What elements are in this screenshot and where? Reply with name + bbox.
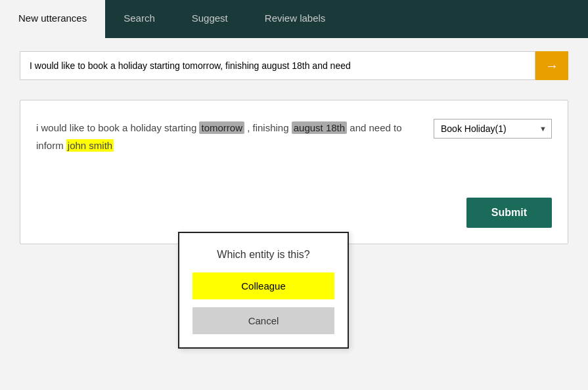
top-navigation: New utterances Search Suggest Review lab…: [0, 0, 588, 38]
intent-select-wrapper: Book Holiday(1): [434, 119, 552, 139]
tab-suggest[interactable]: Suggest: [173, 0, 246, 38]
arrow-right-icon: →: [545, 58, 558, 74]
search-bar-container: →: [20, 51, 568, 80]
main-content: → Book Holiday(1) i would like to book a…: [0, 38, 588, 257]
entity-august18[interactable]: august 18th: [292, 121, 347, 134]
tab-search[interactable]: Search: [105, 0, 173, 38]
utterance-text: i would like to book a holiday starting …: [36, 119, 404, 154]
submit-button[interactable]: Submit: [466, 198, 552, 228]
utterance-submit-button[interactable]: →: [535, 51, 568, 80]
entity-tomorrow[interactable]: tomorrow: [199, 121, 244, 134]
cancel-entity-button[interactable]: Cancel: [192, 307, 334, 334]
utterance-plain-1: i would like to book a holiday starting: [36, 122, 199, 133]
utterance-card: Book Holiday(1) i would like to book a h…: [20, 100, 568, 244]
intent-dropdown-container: Book Holiday(1): [434, 119, 552, 139]
utterance-plain-2: , finishing: [244, 122, 292, 133]
utterance-input[interactable]: [20, 51, 535, 80]
entity-popup: Which entity is this? Colleague Cancel: [178, 232, 349, 349]
colleague-entity-button[interactable]: Colleague: [192, 272, 334, 299]
entity-johnsmith[interactable]: john smith: [66, 139, 114, 152]
tab-new-utterances[interactable]: New utterances: [0, 0, 105, 38]
intent-dropdown[interactable]: Book Holiday(1): [434, 119, 552, 139]
entity-popup-title: Which entity is this?: [192, 249, 334, 261]
tab-review-labels[interactable]: Review labels: [246, 0, 344, 38]
